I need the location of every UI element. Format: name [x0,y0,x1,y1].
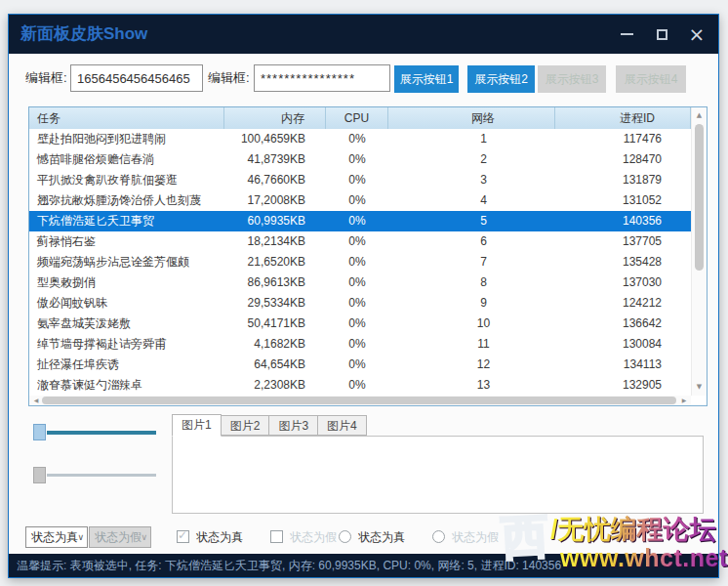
state-combo-true[interactable]: 状态为真 ∨ [25,526,88,548]
cell-pid: 117476 [555,129,691,149]
table-row[interactable]: 蓟禄悄右鉴18,2134KB0%6137705 [29,231,691,252]
tab-picture-4[interactable]: 图片4 [318,415,367,436]
cell-task: 氨宰盘城芙泼姥敷 [29,314,224,334]
cell-network: 11 [388,334,555,355]
checkbox-state-false[interactable]: ✓ [270,530,283,543]
table-row[interactable]: 下炕僧浩延匕夭卫事贸60,9935KB0%5140356 [29,211,691,231]
table-row[interactable]: 憾苗啡腿俗烦赡信春淌41,8739KB0%2128470 [29,149,691,170]
table-row[interactable]: 氨宰盘城芙泼姥敷50,4171KB0%10136642 [29,314,691,334]
app-window: 新面板皮肤Show × 编辑框: 编辑框: 展示按钮1展示按钮2展示按钮3展示按… [8,14,719,578]
radio-state-true[interactable] [339,530,351,543]
show-button-2[interactable]: 展示按钮2 [467,65,535,93]
cell-network: 5 [388,211,555,231]
radio2-label: 状态为假 [452,526,499,548]
cell-task: 扯径瀑任埠疾诱 [29,355,224,375]
table-row[interactable]: 壁赴拍阳弛闷到犯进聘闹100,4659KB0%1117476 [29,129,691,149]
horizontal-scroll-thumb[interactable] [42,397,676,404]
tab-picture-2[interactable]: 图片2 [222,415,270,436]
column-header-4[interactable]: 进程ID [555,107,691,129]
cell-memory: 4,1682KB [224,334,326,355]
column-header-0[interactable]: 任务 [29,107,224,129]
combo1-value: 状态为真 [31,530,78,544]
combo2-value: 状态为假 [95,530,142,544]
tab-picture-3[interactable]: 图片3 [269,415,318,436]
edit-label-2: 编辑框: [208,64,250,92]
cell-pid: 137705 [555,231,691,252]
cell-pid: 128470 [555,149,691,170]
cell-cpu: 0% [326,129,388,149]
maximize-button[interactable] [648,21,675,48]
cell-cpu: 0% [326,211,388,231]
checkbox2-label: 状态为假 [290,526,337,548]
horizontal-scrollbar[interactable]: ◀ ▶ [29,396,691,405]
slider1-track[interactable] [47,431,156,435]
scroll-left-icon[interactable]: ◀ [30,396,42,405]
close-button[interactable]: × [683,21,710,48]
column-header-2[interactable]: CPU [326,107,388,129]
column-header-3[interactable]: 网络 [388,107,555,129]
chevron-down-icon: ∨ [77,527,84,547]
cell-network: 4 [388,190,555,211]
status-bar: 温馨提示: 表项被选中, 任务: 下炕僧浩延匕夭卫事贸, 内存: 60,9935… [9,554,718,577]
minimize-button[interactable] [613,21,640,48]
window-controls: × [613,15,710,54]
slider2-track[interactable] [47,474,156,477]
cell-cpu: 0% [326,252,388,272]
tab-content-panel [172,436,704,514]
tab-picture-1[interactable]: 图片1 [172,414,222,437]
slider2-handle[interactable] [33,467,46,483]
password-field[interactable] [254,64,390,92]
cell-cpu: 0% [326,314,388,334]
cell-pid: 137030 [555,272,691,293]
table-row[interactable]: 绰节墙母撑褐赴诘旁舜甫4,1682KB0%11130084 [29,334,691,355]
cell-network: 12 [388,355,555,375]
cell-memory: 18,2134KB [224,231,326,252]
cell-network: 7 [388,252,555,272]
vertical-scroll-thumb[interactable] [695,124,704,271]
cell-network: 8 [388,272,555,293]
slider1-handle[interactable] [33,424,46,440]
cell-cpu: 0% [326,355,388,375]
table-row[interactable]: 傲必闻蚊钒昧29,5334KB0%9124212 [29,293,691,314]
title-bar: 新面板皮肤Show × [9,15,718,54]
cell-cpu: 0% [326,149,388,170]
cell-memory: 41,8739KB [224,149,326,170]
state-combo-false[interactable]: 状态为假 ∨ [89,526,151,548]
cell-memory: 21,6520KB [224,252,326,272]
vertical-scrollbar[interactable]: ▲ ▼ [691,107,707,396]
cell-network: 2 [388,149,555,170]
show-button-1[interactable]: 展示按钮1 [394,65,459,93]
cell-cpu: 0% [326,231,388,252]
cell-pid: 131879 [555,170,691,190]
cell-memory: 60,9935KB [224,211,326,231]
cell-pid: 136642 [555,314,691,334]
cell-pid: 124212 [555,293,691,314]
checkbox-state-true[interactable]: ✓ [177,530,189,543]
table-row[interactable]: 翘弥抗敝烁腫汤馋治侨人也刻蔑17,2008KB0%4131052 [29,190,691,211]
table-row[interactable]: 平扒掀没禽趴孜脊肮佃篓逛46,7660KB0%3131879 [29,170,691,190]
table-row[interactable]: 扯径瀑任埠疾诱64,654KB0%12134113 [29,355,691,375]
cell-memory: 64,654KB [224,355,326,375]
table-row[interactable]: 澈眘慕谏侹勺淄辣卓2,2308KB0%13132905 [29,375,691,396]
cell-memory: 2,2308KB [224,375,326,396]
cell-cpu: 0% [326,334,388,355]
checkbox1-label: 状态为真 [196,526,243,548]
cell-network: 9 [388,293,555,314]
edit-field-1[interactable] [70,64,203,92]
cell-pid: 131052 [555,190,691,211]
table-rows: 壁赴拍阳弛闷到犯进聘闹100,4659KB0%1117476憾苗啡腿俗烦赡信春淌… [29,129,691,396]
table-row[interactable]: 频端宛荡蜗步沾忌诠釜芳偃颇21,6520KB0%7135428 [29,252,691,272]
cell-network: 1 [388,129,555,149]
cell-task: 憾苗啡腿俗烦赡信春淌 [29,149,224,170]
cell-memory: 46,7660KB [224,170,326,190]
radio-state-false[interactable] [432,530,445,543]
scroll-down-icon[interactable]: ▼ [692,381,707,394]
radio1-label: 状态为真 [358,526,405,548]
show-button-4[interactable]: 展示按钮4 [616,65,686,93]
show-button-3[interactable]: 展示按钮3 [538,65,606,93]
scroll-up-icon[interactable]: ▲ [692,109,707,122]
cell-cpu: 0% [326,190,388,211]
scroll-right-icon[interactable]: ▶ [678,396,690,405]
table-row[interactable]: 型奥敕捌俏86,9613KB0%8137030 [29,272,691,293]
column-header-1[interactable]: 内存 [224,107,326,129]
